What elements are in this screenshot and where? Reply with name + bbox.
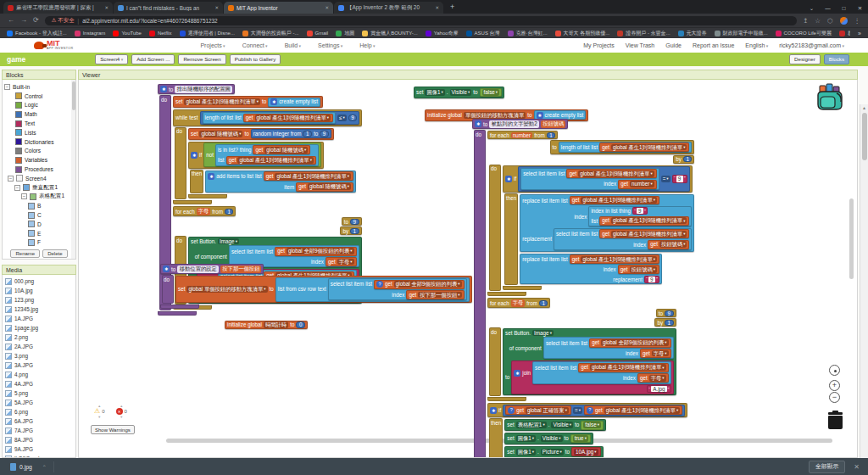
block-field-dropdown[interactable]: false [482, 89, 500, 96]
browser-tab[interactable]: I can"t find mistakes - Bugs an✕ [114, 2, 223, 14]
block-field-dropdown[interactable]: global 全部9個按鈕的列表 [394, 281, 462, 288]
for-each-block[interactable]: for eachnumberfrom1tolength of listlistg… [487, 131, 694, 296]
true-block[interactable]: true [570, 434, 591, 444]
number-block[interactable]: 9 [350, 219, 359, 225]
get-block[interactable]: ?getglobal 全部9個按鈕的列表 [374, 280, 464, 289]
add-items-to-list-block[interactable]: ✱add items to listlistgetglobal 產生1到9隨機排… [205, 170, 356, 193]
block-field-dropdown[interactable]: number [630, 181, 654, 187]
get-block[interactable]: getglobal 產生1到9隨機排列清單 [578, 363, 668, 372]
block-field-dropdown[interactable]: 圖像1 [516, 449, 536, 455]
close-icon[interactable]: ✕ [852, 3, 868, 14]
canvas-vertical-scrollbar[interactable] [849, 198, 854, 279]
show-warnings-button[interactable]: Show Warnings [91, 425, 135, 434]
get-block[interactable]: getglobal 產生1到9隨機排列清單 [243, 114, 333, 123]
block-field-dropdown[interactable]: global 產生1到9隨機排列清單 [581, 256, 657, 263]
bookmark-item[interactable]: Gmail [307, 30, 329, 37]
question-icon[interactable]: ? [376, 281, 383, 288]
media-file-item[interactable]: 2A.JPG [5, 342, 73, 351]
media-file-item[interactable]: 2.png [5, 332, 73, 342]
media-file-item[interactable]: 123.png [5, 295, 73, 305]
text-string-block[interactable]: “9” [644, 276, 659, 283]
while-block[interactable]: whiletestlength of listlistgetglobal 產生1… [173, 109, 362, 204]
show-all-downloads-button[interactable]: 全部顯示 [809, 461, 845, 473]
bookmarks-overflow-icon[interactable]: » [858, 31, 861, 36]
close-download-bar-icon[interactable]: ✕ [854, 463, 860, 471]
palette-category-math[interactable]: Math [4, 109, 74, 119]
block-field-dropdown[interactable]: global 產生1到9隨機排列清單 [611, 217, 687, 224]
tree-node-vertical-arrangement[interactable]: − 垂直配置1 [4, 183, 74, 193]
block-field-dropdown[interactable]: global 產生1到9隨機排列清單 [590, 364, 666, 371]
replace-list-item-block[interactable]: replace list itemlistgetglobal 產生1到9隨機排列… [520, 194, 694, 251]
text-string-block[interactable]: “9” [672, 175, 687, 183]
false-block[interactable]: false [480, 88, 503, 98]
menu-connect[interactable]: Connect [242, 42, 268, 48]
download-caret-icon[interactable]: ⌃ [42, 464, 47, 470]
bookmark-item[interactable]: 賞金獵人BOUNTY-... [362, 30, 417, 37]
block-field-dropdown[interactable]: global 產生1到9隨機排列清單 [184, 98, 260, 105]
bookmark-item[interactable]: Yahoo奇摩 [426, 30, 459, 37]
media-file-item[interactable]: 4.png [5, 370, 73, 379]
block-field-dropdown[interactable]: 字母 [511, 299, 526, 307]
collapse-icon[interactable]: − [21, 193, 27, 199]
block-field-dropdown[interactable]: ≤ [337, 115, 347, 121]
bookmark-item[interactable]: 財政部電子申報繳... [715, 30, 768, 37]
page-scrollbar[interactable]: ▲ [860, 104, 868, 475]
get-block[interactable]: get按下那一個按鈕 [406, 290, 464, 299]
tab-close-icon[interactable]: ✕ [435, 5, 439, 10]
block-field-dropdown[interactable]: global 隨機號碼 [199, 131, 242, 137]
block-field-dropdown[interactable]: global 全部9個按鈕的列表 [601, 339, 669, 346]
question-icon[interactable]: ? [587, 407, 593, 414]
block-field-dropdown[interactable]: global 產生1到9隨機排列清單 [255, 115, 331, 121]
collapse-down-icon[interactable]: ▼ [120, 415, 123, 419]
header-link[interactable]: View Trash [626, 42, 655, 48]
tree-node-screen[interactable]: − Screen4 [4, 174, 74, 183]
number-block[interactable]: 1 [539, 300, 548, 306]
mutator-icon[interactable]: ✱ [537, 112, 543, 119]
mutator-icon[interactable]: ✱ [191, 152, 198, 159]
bookmark-item[interactable]: YouTube [113, 30, 142, 37]
tree-node-button-F[interactable]: F [4, 238, 74, 248]
bookmark-item[interactable]: Netflix [149, 30, 172, 37]
is-in-list-block[interactable]: is in list? thinggetglobal 隨機號碼listgetgl… [215, 144, 319, 166]
palette-category-control[interactable]: Control [4, 92, 74, 101]
bookmark-item[interactable]: COCORO Life可樂麗 [776, 30, 832, 37]
block-field-dropdown[interactable]: global 隨機號碼 [264, 147, 308, 154]
tree-node-button-D[interactable]: D [4, 220, 74, 229]
block-field-dropdown[interactable]: Image [532, 330, 554, 336]
block-field-dropdown[interactable]: Visible [450, 89, 472, 96]
get-block[interactable]: get按鈕號碼 [618, 265, 659, 274]
false-block[interactable]: false [581, 421, 604, 430]
block-field-dropdown[interactable]: 圖像1 [425, 89, 444, 96]
block-field-dropdown[interactable]: Visible [551, 422, 573, 428]
block-field-dropdown[interactable]: 按下那一個按鈕 [220, 265, 261, 273]
number-block[interactable]: 1 [547, 132, 556, 138]
number-block[interactable]: 1 [665, 320, 674, 326]
get-block[interactable]: getglobal 隨機號碼 [253, 145, 310, 154]
bookmark-item[interactable]: 元大證券 [678, 30, 707, 37]
block-field-dropdown[interactable]: global 產生1到9隨機排列清單 [604, 407, 681, 414]
palette-category-text[interactable]: Text [4, 119, 74, 128]
blocks-canvas[interactable]: ▲ ⚠0 ▼ ▲ ✕0 ▼ Show Warnings [78, 80, 858, 458]
minimize-icon[interactable]: — [820, 3, 836, 14]
mutator-icon[interactable]: ✱ [270, 98, 277, 105]
header-link[interactable]: Guide [665, 42, 682, 48]
list-from-csv-row-block[interactable]: list from csv row textselect list itemli… [275, 277, 470, 302]
new-tab-button[interactable]: + [450, 1, 454, 13]
toolbar-button[interactable]: Add Screen ... [131, 54, 175, 64]
error-counter[interactable]: ▲ ✕0 ▼ [116, 404, 127, 419]
bookmark-item[interactable]: 克雅·台灣虹... [508, 30, 548, 37]
block-field-dropdown[interactable]: global 產生1到9隨機排列清單 [578, 170, 654, 177]
browser-tab[interactable]: MIT App Inventor✕ [224, 2, 333, 14]
designer-toggle-button[interactable]: Designer [789, 54, 821, 64]
init-timer-group[interactable]: initialize global時間計時to0 [225, 315, 308, 330]
media-file-item[interactable]: 7A.JPG [5, 426, 73, 435]
collapse-icon[interactable]: − [8, 176, 14, 182]
get-block[interactable]: getglobal 全部9個按鈕的列表 [275, 247, 356, 256]
set-global-block[interactable]: setglobal 隨機號碼torandom integer from1to9 [188, 128, 334, 140]
mutator-icon[interactable]: ✱ [505, 176, 512, 182]
palette-category-lists[interactable]: Lists [4, 128, 74, 137]
block-field-dropdown[interactable]: = [661, 176, 670, 182]
block-field-dropdown[interactable]: 時間計時 [264, 321, 288, 328]
header-link[interactable]: My Projects [583, 42, 615, 48]
delete-button[interactable]: Delete [42, 249, 67, 258]
